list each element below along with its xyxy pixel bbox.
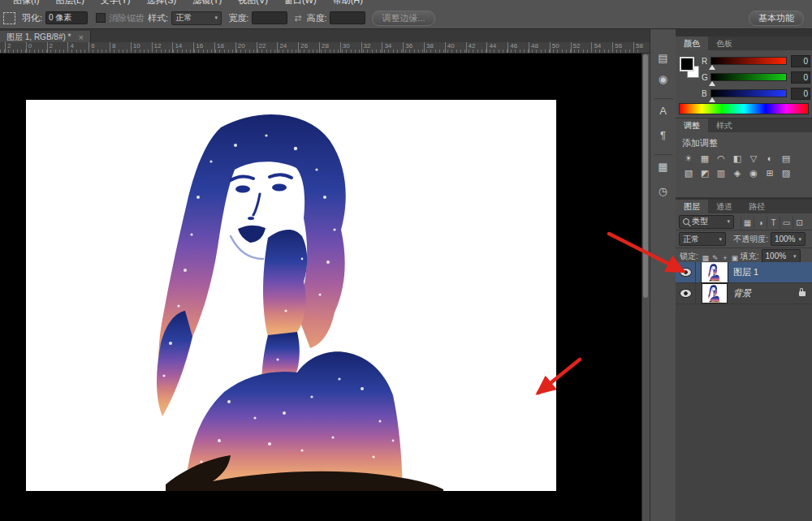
- channel-slider[interactable]: [710, 57, 787, 65]
- style-select[interactable]: 正常 ▾: [171, 11, 222, 25]
- color-panel-tabs: 颜色 色板: [676, 37, 812, 50]
- lock-transparency-icon[interactable]: ▦: [701, 254, 710, 262]
- lock-all-icon[interactable]: ▣: [730, 254, 740, 262]
- slider-thumb-icon[interactable]: [709, 65, 715, 70]
- ruler-tick: 2: [5, 42, 11, 53]
- menu-item[interactable]: 帮助(H): [325, 0, 371, 7]
- channel-slider[interactable]: [710, 89, 787, 97]
- chevron-down-icon: ▾: [723, 218, 730, 225]
- filter-smart-objects-icon[interactable]: ⊡: [793, 217, 806, 229]
- exposure-icon[interactable]: ◧: [729, 151, 745, 166]
- slider-thumb-icon[interactable]: [709, 81, 715, 86]
- layer-row[interactable]: 背景: [676, 283, 812, 304]
- layer-thumbnail[interactable]: [702, 262, 728, 282]
- menu-item[interactable]: 窗口(W): [276, 0, 325, 7]
- levels-icon[interactable]: ▦: [697, 151, 713, 166]
- menu-item[interactable]: 视图(V): [230, 0, 276, 7]
- vibrance-icon[interactable]: ▽: [745, 151, 762, 166]
- channel-value[interactable]: 0: [791, 71, 810, 84]
- properties-panel-icon[interactable]: ▦: [654, 154, 673, 179]
- marquee-tool-icon[interactable]: [3, 12, 15, 24]
- tab-channels[interactable]: 通道: [708, 200, 741, 213]
- black-white-icon[interactable]: ▧: [680, 166, 697, 180]
- channel-value[interactable]: 0: [791, 55, 810, 67]
- color-slider-row: B0: [702, 85, 810, 101]
- ruler-tick: 0: [26, 42, 32, 53]
- ruler-tick: 38: [424, 42, 434, 53]
- ruler-tick: 40: [445, 42, 455, 53]
- tab-styles[interactable]: 样式: [708, 118, 741, 132]
- paragraph-panel-icon[interactable]: ¶: [654, 127, 673, 144]
- invert-icon[interactable]: ◉: [745, 166, 762, 180]
- tab-paths[interactable]: 路径: [741, 200, 773, 213]
- refine-edge-button[interactable]: 调整边缘...: [372, 11, 434, 26]
- layer-lock-icon: [799, 291, 806, 296]
- adjustments-panel: 调整 样式 添加调整 ☀▦◠◧▽◐▤▧◩▥◈◉⊞▨: [676, 118, 812, 197]
- character-panel-icon[interactable]: A: [654, 98, 673, 123]
- ruler-tick: 58: [633, 42, 643, 53]
- tab-layers[interactable]: 图层: [676, 200, 708, 213]
- opacity-input[interactable]: 100% ▾: [771, 232, 806, 246]
- menu-item[interactable]: 图层(L): [47, 0, 92, 7]
- fill-input[interactable]: 100% ▾: [762, 249, 801, 263]
- layer-filter-select[interactable]: 类型 ▾: [679, 215, 734, 229]
- ruler-tick: 2: [47, 42, 53, 53]
- hue-saturation-icon[interactable]: ◐: [762, 151, 778, 166]
- curves-icon[interactable]: ◠: [713, 151, 729, 166]
- layer-name: 背景: [733, 287, 751, 299]
- menu-item[interactable]: 选择(S): [139, 0, 185, 7]
- filter-type-layers-icon[interactable]: T: [767, 217, 780, 229]
- channel-mixer-icon[interactable]: ▥: [713, 166, 729, 180]
- tab-swatches[interactable]: 色板: [708, 37, 741, 50]
- channel-value[interactable]: 0: [791, 88, 810, 100]
- blend-mode-select[interactable]: 正常 ▾: [679, 232, 726, 246]
- color-balance-icon[interactable]: ▤: [778, 151, 794, 166]
- height-input[interactable]: [330, 11, 365, 24]
- info-panel-icon[interactable]: ◉: [654, 71, 673, 88]
- channel-slider[interactable]: [710, 73, 787, 81]
- histogram-panel-icon[interactable]: ▤: [654, 50, 673, 67]
- antialias-checkbox[interactable]: [96, 13, 106, 23]
- document-canvas[interactable]: [26, 100, 556, 491]
- feather-input[interactable]: 0 像素: [45, 11, 88, 24]
- filter-pixel-layers-icon[interactable]: ▦: [741, 217, 754, 229]
- photo-filter-icon[interactable]: ◩: [697, 166, 713, 180]
- filter-shape-layers-icon[interactable]: ▭: [780, 217, 793, 229]
- swap-dimensions-icon[interactable]: ⇄: [294, 13, 301, 24]
- history-panel-icon[interactable]: ◷: [654, 183, 673, 200]
- threshold-icon[interactable]: ▨: [778, 166, 794, 180]
- layer-row[interactable]: 图层 1: [676, 262, 812, 283]
- slider-thumb-icon[interactable]: [709, 97, 715, 102]
- brightness-contrast-icon[interactable]: ☀: [680, 151, 697, 166]
- ruler-tick: 54: [591, 42, 601, 53]
- menu-item[interactable]: 文字(Y): [93, 0, 139, 7]
- workspace-button[interactable]: 基本功能: [749, 11, 804, 26]
- close-tab-icon[interactable]: ×: [78, 32, 83, 42]
- lock-position-icon[interactable]: +: [720, 254, 730, 262]
- width-input[interactable]: [252, 11, 287, 24]
- lock-pixels-icon[interactable]: ✎: [710, 254, 720, 262]
- layer-thumbnail[interactable]: [702, 283, 728, 304]
- scrollbar-thumb[interactable]: [643, 54, 648, 298]
- color-lookup-icon[interactable]: ◈: [729, 166, 745, 180]
- adjustment-icons-row: ☀▦◠◧▽◐▤: [676, 151, 812, 166]
- ruler-tick: 22: [257, 42, 266, 53]
- tab-adjustments[interactable]: 调整: [676, 118, 708, 132]
- posterize-icon[interactable]: ⊞: [762, 166, 778, 180]
- document-tab-bar: 图层 1, RGB/8#) * ×: [0, 28, 650, 42]
- vertical-scrollbar[interactable]: [641, 53, 650, 521]
- tab-color[interactable]: 颜色: [676, 37, 708, 50]
- menu-item[interactable]: 滤镜(T): [184, 0, 230, 7]
- ruler-tick: 36: [403, 42, 412, 53]
- foreground-color-swatch[interactable]: [680, 57, 694, 71]
- layers-list: 图层 1背景: [676, 262, 812, 521]
- foreground-background-swatch[interactable]: [680, 57, 701, 80]
- color-spectrum-ramp[interactable]: [679, 103, 809, 114]
- visibility-toggle[interactable]: [676, 262, 696, 282]
- menu-item[interactable]: 图像(I): [5, 0, 47, 7]
- ruler-tick: 56: [612, 42, 622, 53]
- visibility-toggle[interactable]: [676, 283, 696, 304]
- layer-filter-icons: ▦◑T▭⊡: [741, 214, 806, 229]
- filter-adjustment-layers-icon[interactable]: ◑: [754, 217, 767, 229]
- ruler-tick: 16: [193, 42, 203, 53]
